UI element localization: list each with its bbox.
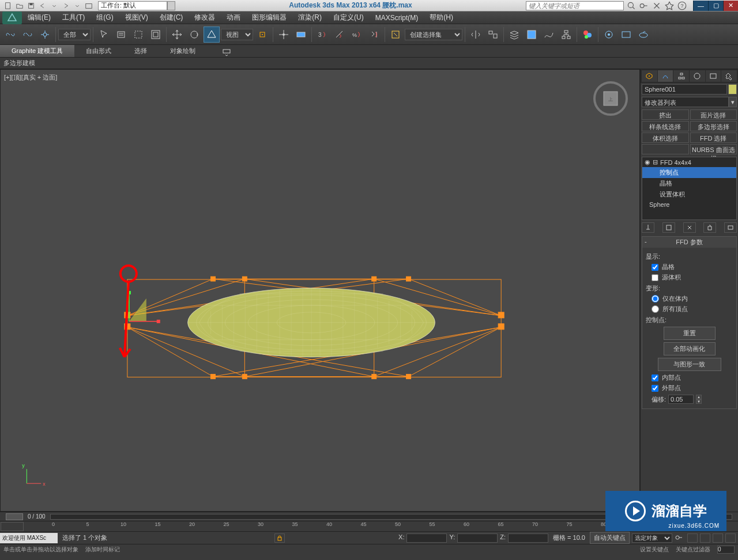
all-vertices-radio[interactable]: 所有顶点 (652, 305, 733, 313)
stack-control-points[interactable]: 控制点 (642, 167, 736, 178)
play-start-icon[interactable] (687, 533, 698, 543)
undo-icon[interactable] (37, 1, 48, 11)
menu-view[interactable]: 视图(V) (119, 13, 154, 22)
bind-icon[interactable] (37, 27, 53, 43)
minimize-button[interactable]: — (693, 1, 708, 11)
project-folder-icon[interactable] (83, 1, 95, 11)
save-icon[interactable] (25, 1, 37, 11)
eye-icon[interactable]: ◉ (645, 158, 650, 166)
lattice-checkbox[interactable]: 晶格 (652, 263, 733, 271)
rollout-header[interactable]: -FFD 参数 (642, 237, 736, 248)
new-file-icon[interactable] (2, 1, 14, 11)
mirror-icon[interactable] (468, 27, 484, 43)
stack-set-volume[interactable]: 设置体积 (642, 189, 736, 200)
select-rect-icon[interactable] (130, 27, 146, 43)
time-tag-btn[interactable]: 添加时间标记 (85, 546, 120, 554)
animate-all-button[interactable]: 全部动画化 (664, 342, 716, 355)
manipulate-icon[interactable] (276, 27, 292, 43)
app-menu-icon[interactable] (2, 12, 22, 24)
modifier-facesel-button[interactable]: 面片选择 (690, 109, 737, 120)
lock-selection-icon[interactable] (274, 533, 285, 543)
layers-icon[interactable] (506, 27, 522, 43)
menu-edit[interactable]: 编辑(E) (22, 13, 57, 22)
menu-grapheditor[interactable]: 图形编辑器 (246, 13, 292, 22)
search-icon[interactable] (626, 1, 637, 10)
align-icon[interactable] (485, 27, 501, 43)
named-selection-set[interactable]: 创建选择集 (405, 29, 462, 40)
viewport[interactable]: [+][顶][真实 + 边面] 上 y x (0, 69, 640, 512)
menu-customize[interactable]: 自定义(U) (327, 13, 370, 22)
motion-tab-icon[interactable] (690, 70, 705, 82)
play-icon[interactable] (713, 533, 723, 543)
snap-3d-icon[interactable]: 3 (314, 27, 330, 43)
render-frame-icon[interactable] (618, 27, 634, 43)
angle-snap-icon[interactable] (332, 27, 348, 43)
workspace-selector[interactable]: 工作台: 默认 (98, 1, 167, 10)
menu-render[interactable]: 渲染(R) (292, 13, 327, 22)
material-editor-icon[interactable] (579, 27, 596, 43)
configure-sets-icon[interactable] (724, 222, 737, 233)
menu-tools[interactable]: 工具(T) (57, 13, 91, 22)
ribbon-expand-icon[interactable] (219, 43, 235, 59)
current-frame-field[interactable] (717, 546, 735, 554)
maximize-button[interactable]: ▢ (708, 1, 723, 11)
ribbon-tab-freeform[interactable]: 自由形式 (74, 45, 123, 57)
time-slider-thumb[interactable] (6, 513, 23, 520)
y-field[interactable] (457, 533, 498, 543)
menu-maxscript[interactable]: MAXScript(M) (370, 14, 424, 22)
exchange-icon[interactable] (652, 1, 662, 10)
undo-dropdown-icon[interactable] (48, 1, 60, 11)
show-end-result-icon[interactable] (662, 222, 675, 233)
key-mode-icon[interactable] (675, 533, 685, 543)
play-next-icon[interactable] (725, 533, 736, 543)
scale-icon[interactable] (204, 27, 220, 43)
spinner-snap-icon[interactable] (366, 27, 382, 43)
offset-spinner[interactable] (668, 395, 694, 404)
render-icon[interactable] (635, 27, 652, 43)
source-volume-checkbox[interactable]: 源体积 (652, 273, 733, 282)
track-key-selector[interactable] (1, 522, 24, 531)
selection-filter[interactable]: 全部 (58, 29, 91, 40)
select-window-icon[interactable] (148, 27, 164, 43)
modifier-extrude-button[interactable]: 挤出 (642, 109, 689, 120)
render-setup-icon[interactable] (601, 27, 617, 43)
keyboard-shortcut-icon[interactable] (293, 27, 309, 43)
link-icon[interactable] (2, 27, 18, 43)
set-key-btn[interactable]: 设置关键点 (640, 546, 669, 554)
object-name-field[interactable] (642, 84, 727, 94)
auto-key-button[interactable]: 自动关键点 (590, 532, 630, 544)
modify-tab-icon[interactable] (658, 70, 673, 82)
pivot-center-icon[interactable] (254, 27, 270, 43)
percent-snap-icon[interactable]: % (349, 27, 365, 43)
hierarchy-tab-icon[interactable] (673, 70, 689, 82)
inner-points-checkbox[interactable]: 内部点 (652, 373, 733, 382)
key-icon[interactable] (639, 1, 649, 10)
pin-stack-icon[interactable] (642, 222, 654, 233)
key-filter-dropdown[interactable]: 选定对象 (632, 533, 672, 543)
edit-named-sel-icon[interactable] (387, 27, 404, 43)
display-tab-icon[interactable] (706, 70, 721, 82)
ribbon-tab-graphite[interactable]: Graphite 建模工具 (0, 45, 74, 57)
make-unique-icon[interactable] (683, 222, 696, 233)
move-icon[interactable] (169, 27, 185, 43)
modifier-nurbs-button[interactable]: NURBS 曲面选择 (690, 144, 737, 154)
open-file-icon[interactable] (14, 1, 25, 11)
modifier-list-dropdown[interactable]: 修改器列表 (642, 97, 729, 107)
only-in-volume-radio[interactable]: 仅在体内 (652, 294, 733, 303)
close-button[interactable]: ✕ (723, 1, 738, 11)
layer-manager-icon[interactable] (524, 27, 540, 43)
modifier-blank-button[interactable] (642, 144, 689, 154)
x-field[interactable] (406, 533, 447, 543)
maxscript-listener[interactable]: 欢迎使用 MAXSc (0, 533, 58, 543)
menu-modifiers[interactable]: 修改器 (189, 13, 221, 22)
help-icon[interactable]: ? (677, 1, 687, 10)
select-icon[interactable] (96, 27, 112, 43)
menu-create[interactable]: 创建(C) (154, 13, 189, 22)
ribbon-tab-paint[interactable]: 对象绘制 (159, 45, 207, 57)
schematic-view-icon[interactable] (558, 27, 574, 43)
unlink-icon[interactable] (20, 27, 36, 43)
chevron-down-icon[interactable]: ▾ (729, 97, 737, 107)
redo-dropdown-icon[interactable] (71, 1, 83, 11)
create-tab-icon[interactable] (642, 70, 657, 82)
remove-modifier-icon[interactable] (703, 222, 716, 233)
